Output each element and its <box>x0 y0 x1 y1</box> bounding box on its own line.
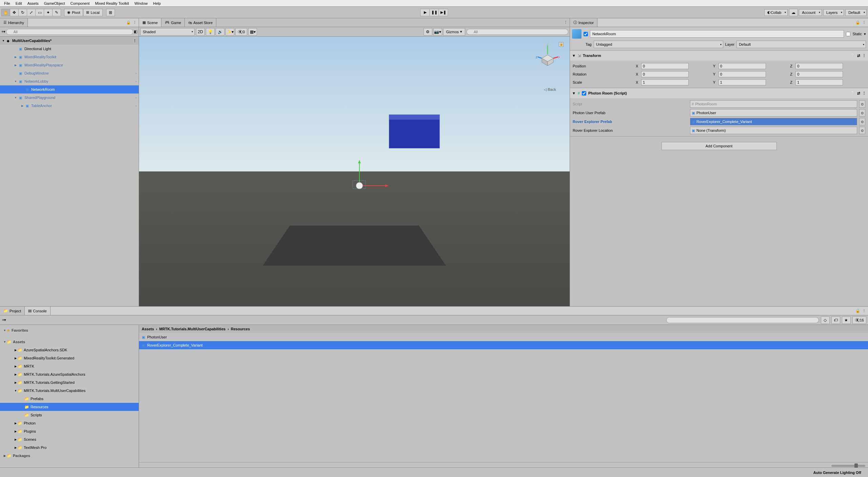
fx-toggle[interactable]: ✨▾ <box>225 28 234 36</box>
component-enabled-checkbox[interactable] <box>582 91 586 96</box>
z-input[interactable] <box>795 71 843 77</box>
foldout-icon[interactable]: ▼ <box>572 91 576 95</box>
scale-tool[interactable]: ⤢ <box>27 9 36 16</box>
z-input[interactable] <box>795 79 843 85</box>
context-menu-icon[interactable]: ⋮ <box>862 20 866 25</box>
scene-search[interactable] <box>467 29 568 35</box>
folder-item[interactable]: ▶📁TextMesh Pro <box>0 443 139 452</box>
local-toggle[interactable]: ⊞Local <box>83 9 102 16</box>
hierarchy-tab[interactable]: ☰ Hierarchy <box>0 18 28 27</box>
z-input[interactable] <box>795 63 843 69</box>
object-field[interactable]: ▣PhotonUser <box>690 109 857 117</box>
game-tab[interactable]: 🎮 Game <box>161 18 185 27</box>
breadcrumb[interactable]: Assets › MRTK.Tutorials.MultiUserCapabil… <box>139 325 868 333</box>
y-input[interactable] <box>718 63 766 69</box>
hierarchy-item[interactable]: ▼▣SharedPlayground› <box>0 94 139 102</box>
folder-item[interactable]: 📁Scripts <box>0 411 139 419</box>
hierarchy-item[interactable]: ▣NetworkRoom <box>0 85 139 94</box>
scene-menu-icon[interactable]: ⋮ <box>133 39 137 43</box>
lock-icon[interactable]: 🔒 <box>126 20 131 25</box>
folder-item[interactable]: ▶📁AzureSpatialAnchors.SDK <box>0 346 139 354</box>
folder-item[interactable]: ▶📁Plugins <box>0 427 139 435</box>
layers-dropdown[interactable]: Layers <box>823 9 844 16</box>
menu-component[interactable]: Component <box>67 1 92 5</box>
camera-settings[interactable]: ⚙ <box>423 28 432 36</box>
breadcrumb-item[interactable]: Assets <box>142 327 154 331</box>
object-field[interactable]: ▣None (Transform) <box>690 127 857 134</box>
viewcube-gizmo[interactable]: y x z 🔒 <box>536 41 559 72</box>
pause-button[interactable]: ❚❚ <box>430 9 439 16</box>
folder-item[interactable]: ▶📁MRTK.Tutorials.AzureSpatialAnchors <box>0 370 139 378</box>
rect-tool[interactable]: ▭ <box>35 9 44 16</box>
create-dropdown[interactable]: +▾ <box>1 29 5 34</box>
asset-item[interactable]: ▣RoverExplorer_Complete_Variant <box>139 341 868 349</box>
inspector-tab[interactable]: ⓘ Inspector <box>570 18 597 27</box>
folder-item[interactable]: 📁Resources <box>0 403 139 411</box>
scene-root[interactable]: ▼ ◈ MultiUserCapabilities* ⋮ <box>0 37 139 45</box>
x-input[interactable] <box>641 71 689 77</box>
menu-file[interactable]: File <box>1 1 13 5</box>
status-bar[interactable]: Auto Generate Lighting Off <box>0 468 868 477</box>
folder-item[interactable]: ▶📁Scenes <box>0 435 139 443</box>
static-dropdown-icon[interactable]: ▾ <box>864 32 866 36</box>
hierarchy-item[interactable]: ▶▣MixedRealityPlayspace <box>0 61 139 69</box>
layer-dropdown[interactable]: Default <box>736 41 866 48</box>
project-tab[interactable]: 📁 Project <box>0 307 25 315</box>
x-input[interactable] <box>641 63 689 69</box>
project-search[interactable] <box>666 317 819 323</box>
folder-item[interactable]: ▶📁MRTK <box>0 362 139 370</box>
menu-window[interactable]: Window <box>132 1 150 5</box>
lock-gizmo-icon[interactable]: 🔒 <box>559 42 564 47</box>
asset-store-tab[interactable]: 🛍 Asset Store <box>185 18 216 27</box>
hierarchy-item[interactable]: ▶▣TableAnchor› <box>0 102 139 110</box>
object-picker-icon[interactable]: ⊙ <box>859 127 865 134</box>
reset-icon[interactable]: ⇄ <box>857 54 860 58</box>
foldout-icon[interactable]: ▼ <box>572 54 576 58</box>
cloud-button[interactable]: ☁ <box>789 9 798 16</box>
hierarchy-item[interactable]: ▣Directional Light <box>0 45 139 53</box>
breadcrumb-item[interactable]: Resources <box>231 327 250 331</box>
gameobject-name-input[interactable] <box>590 30 844 38</box>
step-button[interactable]: ▶❚ <box>439 9 448 16</box>
add-component-button[interactable]: Add Component <box>662 142 777 150</box>
asset-size-slider[interactable] <box>831 465 865 467</box>
audio-toggle[interactable]: 🔊 <box>216 28 224 36</box>
gameobject-icon[interactable] <box>572 29 581 39</box>
assets-root[interactable]: ▼📁 Assets <box>0 338 139 346</box>
object-picker-icon[interactable]: ⊙ <box>859 118 865 125</box>
menu-edit[interactable]: Edit <box>13 1 25 5</box>
breadcrumb-item[interactable]: MRTK.Tutorials.MultiUserCapabilities <box>159 327 225 331</box>
account-dropdown[interactable]: Account <box>799 9 822 16</box>
console-tab[interactable]: ▤ Console <box>25 307 50 315</box>
lock-icon[interactable]: 🔒 <box>855 20 860 25</box>
folder-item[interactable]: ▶📁MRTK.Tutorials.GettingStarted <box>0 378 139 387</box>
tag-dropdown[interactable]: Untagged <box>594 41 723 48</box>
y-input[interactable] <box>718 79 766 85</box>
shading-mode[interactable]: Shaded <box>140 28 195 36</box>
component-menu-icon[interactable]: ⋮ <box>862 91 866 96</box>
context-menu-icon[interactable]: ⋮ <box>133 20 137 25</box>
lock-icon[interactable]: 🔒 <box>855 309 860 313</box>
transform-tool[interactable]: ✦ <box>44 9 53 16</box>
move-gizmo[interactable] <box>346 155 393 203</box>
folder-item[interactable]: 📁Prefabs <box>0 395 139 403</box>
lighting-toggle[interactable]: 💡 <box>206 28 215 36</box>
hierarchy-item[interactable]: ▶▣MixedRealityToolkit <box>0 53 139 61</box>
help-icon[interactable]: ❔ <box>850 54 855 58</box>
hierarchy-item[interactable]: ▣DebugWindow› <box>0 69 139 77</box>
maximize-icon[interactable]: ⋮ <box>564 20 568 25</box>
object-picker-icon[interactable]: ⊙ <box>859 109 865 117</box>
component-menu-icon[interactable]: ⋮ <box>862 54 866 58</box>
hierarchy-item[interactable]: ▼▣NetworkLobby› <box>0 77 139 85</box>
snap-toggle[interactable]: ⊞ <box>106 9 115 16</box>
hidden-count[interactable]: 👁‍🗨 0 <box>235 28 247 36</box>
custom-tool[interactable]: ✎ <box>52 9 61 16</box>
camera-icon[interactable]: 📷▾ <box>433 28 442 36</box>
layout-dropdown[interactable]: Default <box>845 9 867 16</box>
object-field[interactable]: ▣RoverExplorer_Complete_Variant <box>690 118 857 125</box>
gizmos-dropdown[interactable]: Gizmos ▾ <box>443 28 465 36</box>
help-icon[interactable]: ❔ <box>850 91 855 96</box>
scene-visibility-icon[interactable]: ◧ <box>134 29 137 34</box>
2d-toggle[interactable]: 2D <box>196 28 205 36</box>
menu-gameobject[interactable]: GameObject <box>41 1 68 5</box>
